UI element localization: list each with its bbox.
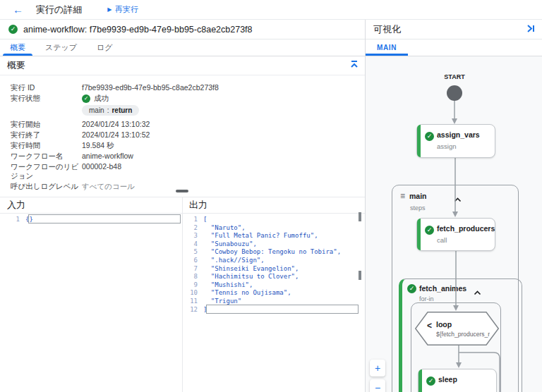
fetch-animes-check-icon: ✓ (407, 284, 416, 293)
play-icon: ▶ (107, 6, 112, 13)
line-number: 2 (183, 224, 203, 233)
tab-logs[interactable]: ログ (87, 39, 123, 56)
output-code-editor[interactable]: 1[2 "Naruto",3 "Full Metal Panic? Fumoff… (183, 216, 363, 314)
tab-steps[interactable]: ステップ (35, 39, 87, 56)
visualization-header: 可視化 (366, 20, 542, 39)
code-line: 6 ".hack//Sign", (183, 257, 363, 265)
line-number: 5 (183, 248, 203, 257)
page-title: 実行の詳細 (36, 4, 82, 16)
line-text: "Full Metal Panic? Fumoffu", (203, 232, 318, 240)
rerun-label: 再実行 (115, 4, 139, 15)
node-assign-vars[interactable]: ✓ assign_vars assign (416, 124, 495, 158)
execution-detail-panel: ✓ anime-workflow: f7be9939-ed9b-47e9-bb9… (0, 20, 365, 392)
input-title: 入力 (7, 197, 25, 213)
code-line: 7 "Shinseiki Evangelion", (183, 265, 363, 274)
execution-title-row: ✓ anime-workflow: f7be9939-ed9b-47e9-bb9… (0, 20, 365, 39)
assign-vars-check-icon: ✓ (425, 132, 434, 141)
line-text: "Sunabouzu", (203, 240, 257, 249)
collapse-main-icon[interactable] (454, 192, 462, 205)
overview-fields: 実行 ID f7be9939-ed9b-47e9-bb95-c8ae2cb273… (11, 83, 342, 192)
node-fetch-producers[interactable]: ✓ fetch_producers call (416, 218, 495, 251)
line-number: 7 (183, 265, 203, 274)
start-label: START (433, 73, 476, 80)
visualization-title: 可視化 (373, 23, 401, 36)
fetch-producers-title: fetch_producers (437, 224, 495, 233)
collapse-right-icon[interactable] (526, 23, 535, 36)
back-arrow-icon[interactable]: ← (13, 4, 23, 16)
list-icon: ≡ (400, 192, 405, 200)
zoom-out-button[interactable]: − (370, 379, 385, 392)
overview-section-header: 概要 (0, 56, 365, 75)
field-start-time: 実行開始 2024/01/24 13:10:32 (11, 120, 342, 129)
zoom-in-button[interactable]: + (370, 360, 385, 376)
sleep-check-icon: ✓ (426, 376, 435, 386)
line-number: 4 (183, 240, 203, 249)
overview-title: 概要 (7, 59, 25, 72)
collapse-fetch-animes-icon[interactable] (474, 286, 481, 298)
field-end-time: 実行終了 2024/01/24 13:10:52 (11, 130, 342, 140)
line-text: [ (203, 216, 207, 224)
line-text: "Cowboy Bebop: Tengoku no Tobira", (203, 248, 341, 257)
rerun-button[interactable]: ▶ 再実行 (107, 4, 138, 15)
line-number: 11 (183, 298, 203, 306)
assign-vars-subtitle: assign (437, 142, 456, 150)
node-sleep[interactable]: ✓ sleep (418, 369, 497, 392)
code-line: 1[ (183, 216, 363, 224)
tab-bar: 概要 ステップ ログ (0, 39, 365, 56)
code-line: 4 "Sunabouzu", (183, 240, 363, 249)
output-scrollbar-mark[interactable] (359, 271, 361, 280)
execution-id-value: f7be9939-ed9b-47e9-bb95-c8ae2cb273f8 (82, 83, 219, 92)
fetch-producers-check-icon: ✓ (425, 226, 434, 235)
line-number: 3 (183, 232, 203, 240)
assign-vars-title: assign_vars (437, 130, 480, 139)
collapse-section-icon[interactable] (349, 59, 359, 72)
output-selection-box (206, 305, 359, 314)
field-duration: 実行時間 19.584 秒 (11, 141, 342, 150)
output-title: 出力 (189, 197, 207, 213)
tab-overview[interactable]: 概要 (0, 39, 35, 56)
main-step-subtitle: steps (410, 204, 426, 212)
line-number: 8 (183, 273, 203, 281)
node-success-bar (417, 219, 421, 250)
main-step-title: main (409, 192, 427, 200)
field-execution-status: 実行状態 ✓ 成功 main : return (11, 94, 342, 116)
code-line: 2 "Naruto", (183, 224, 363, 233)
splitter-drag-handle[interactable] (176, 190, 188, 192)
fetch-producers-subtitle: call (437, 236, 447, 244)
code-line: 3 "Full Metal Panic? Fumoffu", (183, 232, 363, 240)
output-scrollbar-thumb[interactable] (359, 212, 361, 221)
visualization-panel: 可視化 MAIN ≡ main steps ✓ fetch_animes for… (365, 20, 542, 392)
line-number: 1 (0, 216, 25, 224)
field-workflow-revision: ワークフローのリビジョン 000002-b48 (11, 162, 342, 180)
field-workflow-name: ワークフロー名 anime-workflow (11, 152, 342, 161)
workflow-canvas[interactable]: ≡ main steps ✓ fetch_animes for-in (366, 56, 542, 392)
status-value: 成功 (94, 94, 109, 103)
code-line: 9 "Mushishi", (183, 281, 363, 290)
line-number: 6 (183, 257, 203, 265)
status-step-chip[interactable]: main : return (82, 105, 139, 116)
execution-title: anime-workflow: f7be9939-ed9b-47e9-bb95-… (23, 25, 253, 35)
code-line: 8 "Hachimitsu to Clover", (183, 273, 363, 281)
node-success-bar (417, 125, 421, 157)
line-text: "Mushishi", (203, 281, 253, 290)
field-execution-id: 実行 ID f7be9939-ed9b-47e9-bb95-c8ae2cb273… (11, 83, 342, 92)
success-check-icon: ✓ (8, 25, 18, 34)
code-line: 10 "Tennis no Oujisama", (183, 289, 363, 298)
line-text: "Hachimitsu to Clover", (203, 273, 299, 281)
code-line: 5 "Cowboy Bebop: Tengoku no Tobira", (183, 248, 363, 257)
line-number: 10 (183, 289, 203, 298)
app-header: ← 実行の詳細 ▶ 再実行 (0, 0, 542, 20)
line-text: "Shinseiki Evangelion", (203, 265, 299, 274)
tab-main-workflow[interactable]: MAIN (366, 39, 408, 56)
status-success-icon: ✓ (82, 94, 90, 103)
line-text: "Tennis no Oujisama", (203, 289, 291, 298)
fetch-animes-title: fetch_animes (419, 284, 466, 293)
loop-subtitle: ${fetch_producers_resu (436, 331, 490, 338)
node-loop[interactable]: < loop ${fetch_producers_resu (415, 312, 499, 345)
node-success-bar (418, 369, 422, 392)
fetch-animes-subtitle: for-in (419, 295, 434, 302)
start-node[interactable] (447, 85, 462, 101)
input-selection-box (28, 214, 181, 223)
line-number: 9 (183, 281, 203, 290)
line-number: 12 (183, 306, 203, 314)
